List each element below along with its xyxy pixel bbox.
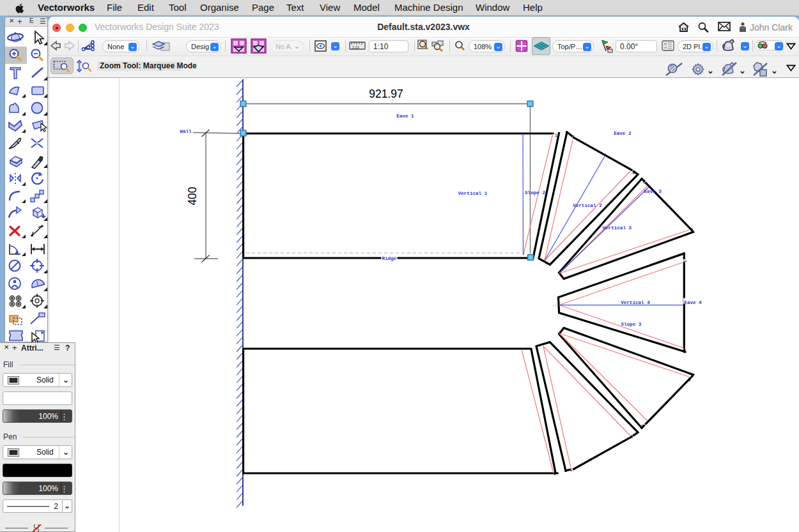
svg-text:3: 3 [688,377,690,383]
svg-text:3: 3 [682,351,687,353]
svg-text:Slope 2: Slope 2 [525,190,545,195]
svg-text:921.97: 921.97 [369,87,403,100]
svg-text:1: 1 [555,133,557,138]
svg-text:3: 3 [690,227,692,232]
svg-text:Ridge: Ridge [382,256,397,261]
svg-text:1: 1 [570,467,572,473]
svg-text:Slope 3: Slope 3 [621,322,641,327]
svg-text:3: 3 [682,259,687,262]
svg-text:2: 2 [640,424,643,429]
svg-text:400: 400 [186,186,199,205]
svg-text:1: 1 [553,471,555,476]
svg-text:Vertical 2: Vertical 2 [573,203,602,208]
svg-text:Wall: Wall [180,129,192,134]
svg-text:Vertical 4: Vertical 4 [621,300,650,305]
svg-text:Eave 3: Eave 3 [644,189,662,194]
svg-text:Eave 4: Eave 4 [684,300,702,305]
svg-text:2: 2 [632,170,635,175]
svg-text:1: 1 [572,135,575,140]
svg-text:Eave 1: Eave 1 [396,114,414,119]
svg-text:Eave 2: Eave 2 [614,131,632,136]
svg-text:Vertical 1: Vertical 1 [458,191,488,196]
svg-text:2: 2 [643,179,646,185]
svg-text:Vertical 3: Vertical 3 [603,225,632,231]
svg-text:2: 2 [630,434,633,439]
